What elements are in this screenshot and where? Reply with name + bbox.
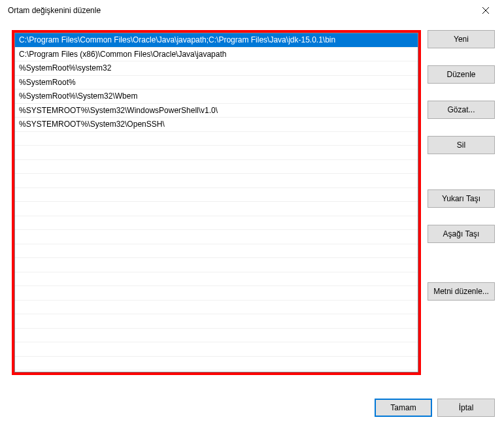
side-button-panel: Yeni Düzenle Gözat... Sil Yukarı Taşı Aş… (428, 30, 495, 375)
list-item[interactable] (15, 174, 418, 188)
move-down-button[interactable]: Aşağı Taşı (428, 225, 495, 243)
dialog-footer: Tamam İptal (375, 399, 495, 417)
list-item[interactable] (15, 301, 418, 315)
list-item[interactable] (15, 188, 418, 203)
list-item[interactable] (15, 146, 418, 160)
move-up-button[interactable]: Yukarı Taşı (428, 189, 495, 208)
list-item[interactable] (15, 272, 418, 287)
list-item[interactable]: %SystemRoot%\System32\Wbem (15, 90, 418, 104)
path-list[interactable]: C:\Program Files\Common Files\Oracle\Jav… (14, 33, 418, 372)
list-item[interactable]: %SYSTEMROOT%\System32\OpenSSH\ (15, 118, 418, 132)
list-item[interactable]: %SYSTEMROOT%\System32\WindowsPowerShell\… (15, 104, 418, 118)
list-item[interactable] (15, 329, 418, 343)
browse-button[interactable]: Gözat... (428, 101, 495, 119)
cancel-button[interactable]: İptal (437, 399, 495, 417)
titlebar: Ortam değişkenini düzenle (0, 0, 504, 21)
edit-button[interactable]: Düzenle (428, 65, 495, 84)
list-item[interactable] (15, 132, 418, 146)
list-item[interactable] (15, 286, 418, 301)
close-icon (482, 7, 489, 14)
list-item[interactable] (15, 258, 418, 272)
window-title: Ortam değişkenini düzenle (5, 6, 473, 15)
list-item[interactable]: %SystemRoot% (15, 76, 418, 90)
list-item[interactable] (15, 314, 418, 329)
dialog-content: C:\Program Files\Common Files\Oracle\Jav… (0, 21, 504, 375)
new-button[interactable]: Yeni (428, 30, 495, 48)
edit-text-button[interactable]: Metni düzenle... (428, 282, 495, 301)
list-item[interactable] (15, 342, 418, 357)
list-item[interactable] (15, 230, 418, 244)
list-item[interactable]: C:\Program Files\Common Files\Oracle\Jav… (15, 33, 418, 48)
list-highlight-frame: C:\Program Files\Common Files\Oracle\Jav… (12, 30, 421, 375)
list-item[interactable] (15, 216, 418, 231)
close-button[interactable] (473, 1, 499, 20)
list-item[interactable] (15, 244, 418, 259)
list-item[interactable] (15, 160, 418, 174)
list-item[interactable] (15, 202, 418, 216)
delete-button[interactable]: Sil (428, 136, 495, 154)
ok-button[interactable]: Tamam (375, 399, 432, 417)
list-item[interactable]: %SystemRoot%\system32 (15, 61, 418, 76)
list-item[interactable] (15, 357, 418, 371)
list-item[interactable]: C:\Program Files (x86)\Common Files\Orac… (15, 48, 418, 62)
